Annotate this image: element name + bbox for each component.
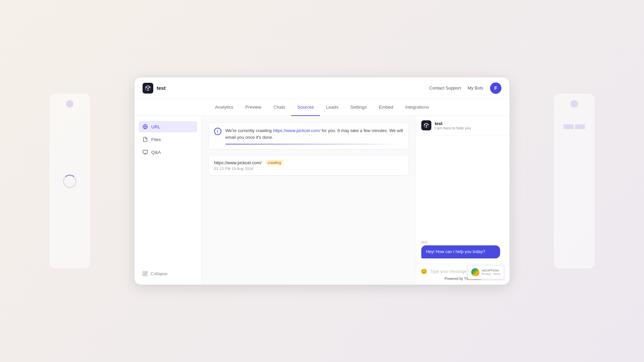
svg-rect-1: [143, 150, 147, 153]
qna-icon: [143, 149, 148, 155]
tab-chats[interactable]: Chats: [267, 99, 291, 116]
recaptcha-label: reCAPTCHA: [482, 269, 500, 273]
header-left: test: [143, 83, 166, 94]
my-bots-link[interactable]: My Bots: [468, 85, 483, 90]
crawling-link[interactable]: https://www.pickcel.com/: [273, 128, 321, 133]
crawling-badge: crawling: [265, 160, 284, 165]
chat-logo: [421, 120, 431, 130]
collapse-label: Collapse: [151, 271, 168, 276]
info-text: We're currently crawling https://www.pic…: [225, 127, 403, 140]
sidebar-item-url-label: URL: [151, 124, 160, 129]
chat-bot-name: test: [435, 121, 471, 126]
chat-logo-icon: [423, 122, 429, 128]
collapse-button[interactable]: Collapse: [139, 268, 197, 279]
file-icon: [143, 137, 148, 142]
ghost-panel-right: [554, 94, 594, 268]
chat-sender-label: test: [421, 240, 504, 244]
loading-circle: [63, 175, 76, 188]
app-window: test Contact Support My Bots F Analytics…: [134, 77, 510, 285]
url-row: https://www.pickcel.com/ crawling: [214, 160, 403, 165]
ghost-dot-right: [571, 100, 578, 108]
app-title: test: [157, 85, 166, 91]
chat-messages: test Hey! How can I help you today?: [416, 135, 509, 264]
body: URL Files Q&A: [135, 116, 509, 285]
chat-greeting-bubble: Hey! How can I help you today?: [421, 245, 500, 258]
sidebar-item-url[interactable]: URL: [139, 121, 197, 132]
sidebar: URL Files Q&A: [135, 116, 202, 285]
sidebar-item-qna[interactable]: Q&A: [139, 146, 197, 158]
header: test Contact Support My Bots F: [135, 77, 509, 99]
logo-icon: [145, 85, 151, 92]
ghost-panel-left: [50, 94, 90, 268]
recaptcha-text: reCAPTCHA Privacy - Terms: [482, 269, 500, 276]
tab-leads[interactable]: Leads: [320, 99, 344, 116]
url-timestamp: 01:13 PM 19 Aug 2024: [214, 167, 403, 171]
recaptcha-logo: [471, 268, 479, 276]
info-banner: i We're currently crawling https://www.p…: [208, 122, 409, 149]
info-text-before: We're currently crawling: [225, 128, 273, 133]
recaptcha-badge: reCAPTCHA Privacy - Terms: [468, 265, 504, 279]
chat-bot-info: test I am here to help you: [435, 121, 471, 130]
tab-preview[interactable]: Preview: [239, 99, 267, 116]
sidebar-item-qna-label: Q&A: [151, 150, 161, 155]
sidebar-item-files[interactable]: Files: [139, 134, 197, 145]
url-entry: https://www.pickcel.com/ crawling 01:13 …: [208, 155, 409, 176]
powered-by-prefix: Powered by: [444, 277, 464, 281]
ghost-dot-left: [66, 100, 73, 108]
recaptcha-links[interactable]: Privacy - Terms: [482, 273, 500, 276]
info-underline: [225, 144, 403, 144]
user-avatar[interactable]: F: [490, 82, 501, 94]
url-value: https://www.pickcel.com/: [214, 160, 262, 165]
tab-analytics[interactable]: Analytics: [209, 99, 239, 116]
tab-sources[interactable]: Sources: [291, 99, 320, 116]
tab-integrations[interactable]: Integrations: [399, 99, 435, 116]
globe-icon: [143, 124, 148, 129]
collapse-icon: [143, 271, 148, 276]
chat-panel: test I am here to help you test Hey! How…: [416, 116, 509, 285]
tab-settings[interactable]: Settings: [344, 99, 373, 116]
header-right: Contact Support My Bots F: [429, 82, 501, 94]
nav-tabs: Analytics Preview Chats Sources Leads Se…: [135, 99, 509, 116]
info-icon: i: [214, 128, 221, 135]
chat-header: test I am here to help you: [416, 116, 509, 135]
main-content: i We're currently crawling https://www.p…: [202, 116, 416, 285]
sidebar-items: URL Files Q&A: [139, 121, 197, 158]
chat-bot-subtitle: I am here to help you: [435, 126, 471, 130]
sidebar-item-files-label: Files: [151, 137, 161, 142]
tab-embed[interactable]: Embed: [373, 99, 399, 116]
contact-support-link[interactable]: Contact Support: [429, 85, 461, 90]
ghost-badge: [554, 124, 594, 129]
app-logo: [143, 83, 153, 94]
chat-emoji: 😊: [421, 268, 427, 275]
